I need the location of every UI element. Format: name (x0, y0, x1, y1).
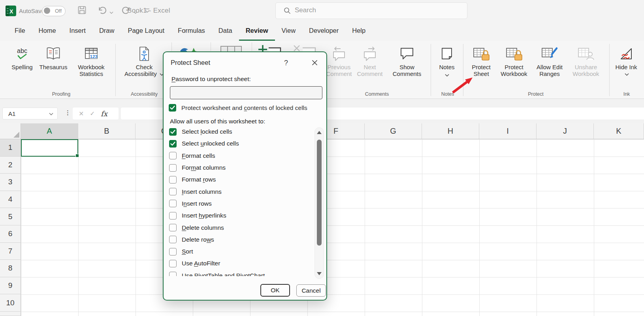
tab-data[interactable]: Data (212, 22, 239, 41)
undo-menu-chevron-icon[interactable] (109, 8, 113, 15)
tab-draw[interactable]: Draw (92, 22, 121, 41)
password-input[interactable] (170, 86, 322, 99)
row-header-9[interactable]: 9 (0, 277, 21, 295)
tab-file[interactable]: File (8, 22, 32, 41)
scroll-up-icon[interactable] (317, 131, 322, 134)
column-header-g[interactable]: G (365, 123, 422, 139)
checkbox-select-locked-cells[interactable] (169, 128, 177, 136)
tab-view[interactable]: View (275, 22, 302, 41)
row-header-6[interactable]: 6 (0, 225, 21, 243)
checkbox-delete-rows[interactable] (169, 236, 177, 243)
row-header-4[interactable]: 4 (0, 191, 21, 208)
permission-sort[interactable]: Sort (168, 246, 314, 257)
tab-help[interactable]: Help (345, 22, 372, 41)
row-header-7[interactable]: 7 (0, 243, 21, 260)
thesaurus-button[interactable]: Thesaurus (36, 44, 70, 95)
autosave-toggle[interactable]: Off (42, 6, 66, 16)
name-box-chevron-icon[interactable] (49, 113, 53, 115)
permission-insert-rows[interactable]: Insert rows (168, 198, 314, 210)
dialog-close-button[interactable] (308, 57, 321, 68)
tab-formulas[interactable]: Formulas (171, 22, 212, 41)
checkbox-insert-hyperlinks[interactable] (169, 212, 177, 219)
permission-format-rows[interactable]: Format rows (168, 174, 314, 185)
permission-use-autofilter[interactable]: Use AutoFilter (168, 257, 314, 269)
permission-insert-hyperlinks[interactable]: Insert hyperlinks (168, 210, 314, 221)
unshare-workbook-icon (577, 44, 595, 64)
protect-sheet-icon (473, 44, 490, 64)
permissions-scrollbar[interactable] (314, 127, 324, 279)
column-header-j[interactable]: J (537, 123, 594, 139)
protect-contents-checkbox-row[interactable]: Protect worksheet and contents of locked… (169, 104, 307, 112)
unshare-workbook-button[interactable]: Unshare Workbook (567, 44, 604, 95)
show-comments-button[interactable]: Show Comments (387, 44, 427, 95)
permission-label: Sort (182, 248, 193, 255)
name-box[interactable]: A1 (2, 108, 58, 119)
checkbox-use-pivottable-and-pivotchart[interactable] (169, 272, 177, 276)
dialog-help-button[interactable]: ? (281, 58, 292, 68)
save-icon[interactable] (77, 6, 87, 16)
allow-edit-ranges-button[interactable]: Allow Edit Ranges (532, 44, 567, 95)
row-header-5[interactable]: 5 (0, 208, 21, 225)
row-header-2[interactable]: 2 (0, 157, 21, 174)
tab-developer[interactable]: Developer (302, 22, 345, 41)
tab-home[interactable]: Home (32, 22, 63, 41)
checkbox-format-rows[interactable] (169, 176, 177, 184)
enter-entry-icon[interactable]: ✓ (90, 110, 95, 117)
permission-use-pivottable-and-pivotchart[interactable]: Use PivotTable and PivotChart (168, 270, 314, 276)
ok-button[interactable]: OK (260, 284, 290, 297)
column-header-a[interactable]: A (21, 123, 78, 139)
check-accessibility-button[interactable]: Check Accessibility (120, 44, 168, 95)
column-header-b[interactable]: B (78, 123, 136, 139)
permission-select-locked-cells[interactable]: Select locked cells (168, 126, 314, 138)
protect-workbook-button[interactable]: Protect Workbook (496, 44, 532, 95)
permission-insert-columns[interactable]: Insert columns (168, 185, 314, 197)
scroll-down-icon[interactable] (317, 272, 322, 275)
formula-bar-options-icon[interactable]: ⋮ (65, 109, 71, 116)
select-all-corner[interactable] (0, 123, 21, 139)
cancel-entry-icon[interactable]: ✕ (79, 110, 84, 117)
row-header-10[interactable]: 10 (0, 294, 21, 312)
spelling-button[interactable]: abcSpelling (9, 44, 36, 95)
column-header-h[interactable]: H (422, 123, 479, 139)
ribbon-group-divider (431, 44, 431, 96)
permission-format-cells[interactable]: Format cells (168, 150, 314, 162)
checkbox-insert-rows[interactable] (169, 200, 177, 207)
previous-comment-button[interactable]: Previous Comment (323, 44, 355, 95)
protect-contents-checkbox[interactable] (169, 104, 176, 112)
fill-handle[interactable] (75, 154, 79, 157)
checkbox-delete-columns[interactable] (169, 224, 177, 231)
search-placeholder: Search (295, 6, 316, 14)
next-comment-button[interactable]: Next Comment (354, 44, 386, 95)
button-label: Check Accessibility (120, 64, 168, 77)
permission-select-unlocked-cells[interactable]: Select unlocked cells (168, 138, 314, 149)
checkbox-select-unlocked-cells[interactable] (169, 140, 177, 148)
insert-function-icon[interactable]: fx (101, 110, 107, 118)
checkbox-format-columns[interactable] (169, 164, 177, 172)
checkbox-sort[interactable] (169, 248, 177, 255)
permission-label: Use AutoFilter (182, 260, 220, 267)
tab-page-layout[interactable]: Page Layout (121, 22, 171, 41)
permission-format-columns[interactable]: Format columns (168, 162, 314, 174)
row-header-8[interactable]: 8 (0, 260, 21, 277)
permission-delete-rows[interactable]: Delete rows (168, 234, 314, 246)
column-header-k[interactable]: K (594, 123, 644, 139)
row-header-partial[interactable] (0, 312, 21, 316)
tab-insert[interactable]: Insert (63, 22, 92, 41)
workbook-statistics-button[interactable]: 123Workbook Statistics (70, 44, 112, 95)
checkbox-format-cells[interactable] (169, 152, 177, 159)
row-header-1[interactable]: 1 (0, 139, 21, 157)
hide-ink-button[interactable]: Hide Ink (615, 44, 638, 95)
tab-review[interactable]: Review (239, 22, 275, 41)
checkbox-insert-columns[interactable] (169, 188, 177, 195)
column-header-i[interactable]: I (479, 123, 537, 139)
search-input[interactable]: Search (275, 2, 467, 19)
undo-icon[interactable] (97, 6, 107, 17)
scrollbar-thumb[interactable] (317, 140, 322, 246)
checkbox-use-autofilter[interactable] (169, 260, 177, 267)
excel-logo-icon: X (6, 6, 16, 18)
permission-delete-columns[interactable]: Delete columns (168, 221, 314, 233)
cancel-button[interactable]: Cancel (296, 284, 326, 297)
cells-area[interactable] (21, 139, 644, 316)
row-header-3[interactable]: 3 (0, 174, 21, 191)
autosave-label: AutoSave (19, 8, 45, 14)
